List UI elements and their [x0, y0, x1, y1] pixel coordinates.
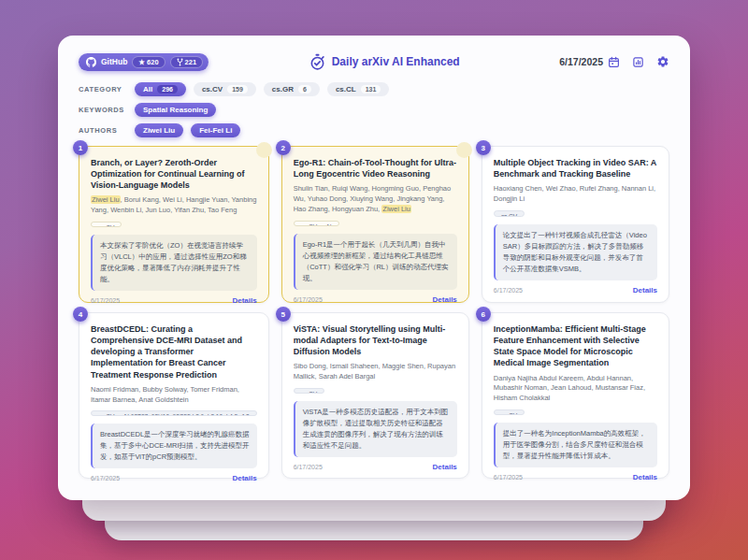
authors-label: AUTHORS [79, 126, 135, 135]
category-tag: cs.CV,cs.AI [294, 221, 339, 226]
paper-summary: 论文提出了一种针对视频合成孔径雷达（Video SAR）多目标跟踪的方法，解决了… [494, 224, 657, 280]
paper-card-2: 2 Ego-R1: Chain-of-Tool-Thought for Ultr… [281, 146, 469, 303]
authors-filter-row: AUTHORS Ziwei Liu Fei-Fei Li [79, 123, 669, 137]
highlighted-author: Ziwei Liu [91, 195, 121, 204]
details-link[interactable]: Details [633, 286, 657, 294]
details-link[interactable]: Details [232, 474, 256, 482]
author-pill-fei-fei-li[interactable]: Fei-Fei Li [191, 123, 240, 137]
keywords-filter-row: KEYWORDS Spatial Reasoning [79, 103, 669, 117]
paper-summary: BreastDCEDL是一个深度学习就绪的乳腺癌数据集，基于多中心DCE-MRI… [91, 424, 257, 468]
paper-authors: Sibo Dong, Ismail Shaheen, Maggie Shen, … [294, 362, 457, 382]
fork-icon [177, 58, 183, 66]
highlighted-author: Ziwei Liu [381, 205, 411, 213]
details-link[interactable]: Details [633, 473, 657, 481]
category-tag: cs.CV [494, 409, 525, 415]
details-link[interactable]: Details [433, 295, 457, 304]
card-number-badge: 5 [276, 307, 291, 322]
paper-date: 6/17/2025 [294, 464, 323, 470]
paper-title[interactable]: Ego-R1: Chain-of-Tool-Thought for Ultra-… [294, 157, 457, 179]
paper-date: 6/17/2025 [294, 296, 323, 303]
paper-summary: ViSTA是一种多模态历史适配器，用于文本到图像扩散模型，通过提取相关历史特征和… [294, 401, 457, 457]
papers-grid: 1 Branch, or Layer? Zeroth-Order Optimiz… [79, 146, 669, 479]
details-link[interactable]: Details [433, 463, 457, 471]
paper-card-5: 5 ViSTA: Visual Storytelling using Multi… [281, 312, 469, 479]
star-icon: ★ [138, 58, 145, 66]
category-label: CATEGORY [79, 85, 135, 93]
category-pill-all[interactable]: All296 [135, 82, 186, 96]
paper-card-1: 1 Branch, or Layer? Zeroth-Order Optimiz… [79, 146, 269, 303]
paper-authors: Daniya Najiha Abdul Kareem, Abdul Hannan… [494, 374, 657, 405]
card-number-badge: 2 [276, 140, 291, 155]
paper-card-6: 6 InceptionMamba: Efficient Multi-Stage … [482, 312, 669, 479]
github-button[interactable]: GitHub ★620 221 [79, 53, 209, 71]
app-brand: Daily arXiv AI Enhanced [309, 53, 460, 71]
paper-date: 6/17/2025 [91, 475, 120, 481]
paper-authors: Shulin Tian, Ruiqi Wang, Hongming Guo, P… [294, 184, 457, 215]
category-pill-cs-cv[interactable]: cs.CV159 [194, 82, 256, 96]
card-number-badge: 6 [476, 307, 491, 322]
paper-card-4: 4 BreastDCEDL: Curating a Comprehensive … [79, 312, 269, 479]
category-filter-row: CATEGORY All296 cs.CV159 cs.GR6 cs.CL131 [79, 82, 669, 96]
stats-icon[interactable] [632, 56, 644, 68]
current-date: 6/17/2025 [559, 56, 603, 67]
keywords-label: KEYWORDS [79, 106, 135, 114]
settings-gear-icon[interactable] [656, 55, 669, 68]
paper-title[interactable]: Branch, or Layer? Zeroth-Order Optimizat… [91, 157, 257, 191]
app-title: Daily arXiv AI Enhanced [332, 55, 460, 68]
paper-summary: Ego-R1是一个用于超长（几天到几周）自我中心视频推理的新框架，通过结构化工具… [294, 234, 457, 290]
paper-title[interactable]: BreastDCEDL: Curating a Comprehensive DC… [91, 323, 257, 381]
filter-section: CATEGORY All296 cs.CV159 cs.GR6 cs.CL131… [79, 82, 669, 137]
author-pill-ziwei-liu[interactable]: Ziwei Liu [135, 123, 183, 137]
paper-summary: 提出了一种名为InceptionMamba的高效框架，用于医学图像分割，结合多尺… [494, 423, 657, 467]
category-tag: cs.CV [294, 388, 324, 394]
paper-date: 6/17/2025 [91, 297, 120, 304]
github-label: GitHub [101, 57, 127, 66]
card-number-badge: 3 [476, 140, 491, 155]
paper-authors: Haoxiang Chen, Wei Zhao, Rufei Zhang, Na… [494, 184, 657, 205]
calendar-icon[interactable] [608, 56, 620, 68]
paper-card-3: 3 Multiple Object Tracking in Video SAR:… [482, 146, 669, 303]
category-pill-cs-cl[interactable]: cs.CL131 [327, 82, 389, 96]
paper-authors: Ziwei Liu, Borui Kang, Wei Li, Hangjie Y… [91, 195, 257, 216]
card-number-badge: 1 [73, 140, 88, 155]
header-actions: 6/17/2025 [559, 55, 669, 68]
paper-summary: 本文探索了零阶优化（ZO）在视觉语言持续学习（VLCL）中的应用，通过选择性应用… [91, 235, 257, 291]
app-logo-icon [309, 53, 326, 71]
category-tag: cs.CV,cs.AI,68T07, 68U10, 92C55,I.2.6; I… [91, 410, 257, 416]
fork-count-badge: 221 [170, 56, 204, 68]
category-tag: cs.CV [494, 210, 525, 217]
paper-date: 6/17/2025 [494, 287, 523, 294]
main-panel: GitHub ★620 221 Daily arXiv AI Enhanced … [58, 36, 690, 500]
paper-title[interactable]: Multiple Object Tracking in Video SAR: A… [494, 157, 657, 179]
github-icon [86, 57, 96, 67]
paper-title[interactable]: ViSTA: Visual Storytelling using Multi-m… [294, 323, 457, 357]
category-tag: cs.CV [91, 222, 122, 227]
paper-date: 6/17/2025 [494, 474, 523, 481]
keyword-pill-spatial-reasoning[interactable]: Spatial Reasoning [135, 103, 216, 117]
header: GitHub ★620 221 Daily arXiv AI Enhanced … [79, 50, 669, 73]
paper-authors: Naomi Fridman, Bubby Solway, Tomer Fridm… [91, 385, 257, 406]
paper-title[interactable]: InceptionMamba: Efficient Multi-Stage Fe… [494, 323, 657, 369]
details-link[interactable]: Details [232, 296, 256, 305]
category-pill-cs-gr[interactable]: cs.GR6 [264, 82, 320, 96]
date-display: 6/17/2025 [559, 56, 620, 68]
star-count-badge: ★620 [132, 56, 165, 68]
card-number-badge: 4 [73, 307, 88, 322]
app-background: GitHub ★620 221 Daily arXiv AI Enhanced … [0, 0, 748, 560]
